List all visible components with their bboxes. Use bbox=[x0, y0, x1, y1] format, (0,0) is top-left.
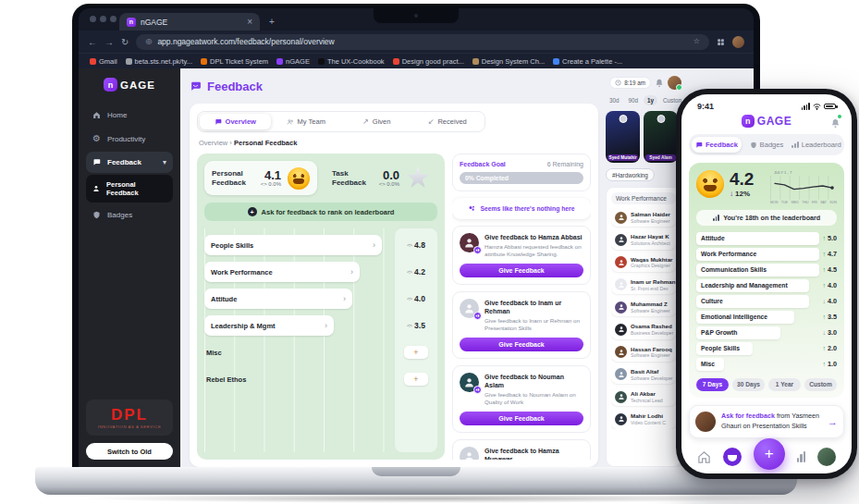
period-chip[interactable]: 1 Year bbox=[768, 378, 801, 391]
sidebar-item-productivity[interactable]: ⚙ Productivity bbox=[86, 128, 173, 150]
bookmark-item[interactable]: Gmail bbox=[90, 57, 117, 66]
app-logo: n GAGE bbox=[86, 78, 173, 92]
request-description: Hamza Abbasi requested feedback on attri… bbox=[485, 243, 583, 259]
person-role: Business Developer bbox=[631, 330, 673, 337]
person-row[interactable]: Osama Rashed Business Developer bbox=[611, 320, 676, 338]
person-row[interactable]: Hassan Farooq Software Engineer bbox=[611, 343, 676, 362]
give-feedback-button[interactable]: Give Feedback bbox=[460, 412, 583, 425]
switch-to-old-button[interactable]: Switch to Old bbox=[86, 443, 173, 460]
sidebar-item-badges[interactable]: Badges bbox=[86, 204, 173, 226]
period-chip[interactable]: 1y bbox=[644, 95, 657, 105]
tab-overview[interactable]: Overview bbox=[200, 114, 271, 129]
bookmark-item[interactable]: Design System Ch... bbox=[472, 57, 545, 66]
person-row[interactable]: Basit Altaf Software Developer bbox=[611, 365, 676, 384]
tab-close-icon[interactable]: × bbox=[247, 18, 252, 27]
leaderboard-rank-banner[interactable]: You're 18th on the leaderboard bbox=[696, 210, 837, 226]
bookmark-item[interactable]: Design good pract... bbox=[393, 57, 464, 66]
skill-bar[interactable]: Work Performance bbox=[696, 248, 819, 261]
browser-profile-avatar[interactable] bbox=[732, 36, 744, 48]
skill-bar[interactable]: Misc bbox=[696, 358, 724, 371]
tab-my-team[interactable]: My Team bbox=[271, 114, 342, 129]
back-icon[interactable]: ← bbox=[88, 37, 97, 47]
add-button[interactable]: + bbox=[754, 438, 785, 470]
site-settings-icon[interactable]: ◎ bbox=[145, 38, 152, 45]
person-row[interactable]: Inam ur Rehman Sr. Front end Dev bbox=[611, 276, 676, 294]
person-row[interactable]: Muhammad Z Software Engineer bbox=[611, 298, 676, 316]
bookmark-star-icon[interactable]: ☆ bbox=[693, 38, 700, 45]
bookmark-favicon bbox=[393, 58, 399, 65]
reload-icon[interactable]: ↻ bbox=[121, 37, 129, 47]
sidebar-item-home[interactable]: Home bbox=[86, 104, 173, 126]
give-feedback-button[interactable]: Give Feedback bbox=[460, 264, 583, 277]
tab-feedback[interactable]: Feedback bbox=[692, 137, 742, 153]
skill-bar[interactable]: Culture bbox=[696, 295, 809, 308]
person-row[interactable]: Ali Akbar Technical Lead bbox=[611, 387, 676, 406]
ask-feedback-card[interactable]: Ask for feedback from Yasmeen Ghauri on … bbox=[689, 405, 844, 438]
bookmark-item[interactable]: beta.sts.net.pk/ty... bbox=[126, 57, 192, 66]
skill-bar[interactable]: People Skills › bbox=[204, 235, 382, 255]
skill-bar[interactable]: P&P Growth bbox=[696, 326, 780, 339]
tab-badges[interactable]: Badges bbox=[742, 137, 792, 153]
tab-given[interactable]: ↗ Given bbox=[341, 114, 412, 129]
bookmark-item[interactable]: Create a Palette -... bbox=[553, 57, 622, 66]
skill-bar[interactable]: Leadership & Mgmt › bbox=[204, 315, 334, 336]
sidebar-item-personal-feedback[interactable]: Personal Feedback bbox=[86, 175, 173, 203]
period-chip[interactable]: 30 Days bbox=[732, 378, 765, 391]
skill-bar[interactable]: Work Performance › bbox=[204, 262, 360, 282]
extensions-icon[interactable] bbox=[717, 38, 725, 46]
feedback-nav-icon[interactable] bbox=[723, 448, 742, 466]
dpl-tagline: INNOVATION AS A SERVICE bbox=[90, 424, 169, 429]
bookmark-item[interactable]: DPL Ticket System bbox=[201, 57, 268, 66]
skill-bar[interactable]: Leadership and Management bbox=[696, 279, 809, 292]
period-chip[interactable]: Custom bbox=[804, 378, 837, 391]
hashtag-pill[interactable]: #Hardworking bbox=[606, 168, 655, 181]
person-name: Basit Altaf bbox=[631, 368, 673, 375]
story-card[interactable]: Syed Alam bbox=[644, 111, 678, 163]
add-skill-button[interactable]: + bbox=[404, 346, 428, 359]
leaderboard-nav-icon[interactable] bbox=[797, 451, 806, 462]
overview-icon bbox=[215, 118, 222, 126]
skill-bar[interactable]: Attitude bbox=[696, 232, 819, 245]
skill-bar[interactable]: Emotional Intelligence bbox=[696, 311, 794, 324]
period-chip[interactable]: Custom bbox=[659, 95, 681, 105]
person-row[interactable]: Salman Haider Software Engineer bbox=[611, 208, 676, 227]
bookmark-item[interactable]: nGAGE bbox=[276, 57, 310, 66]
person-row[interactable]: Hazar Hayat K Solutions Architect bbox=[611, 230, 676, 249]
user-avatar[interactable] bbox=[668, 76, 681, 90]
ask-feedback-banner[interactable]: + Ask for feedback to rank on leaderboar… bbox=[204, 203, 437, 221]
breadcrumb-parent[interactable]: Overview bbox=[199, 139, 227, 147]
skill-score-cell: <> + bbox=[398, 369, 435, 389]
forward-icon[interactable]: → bbox=[104, 37, 114, 47]
bookmark-item[interactable]: The UX-Cookbook bbox=[318, 57, 385, 66]
skill-bar[interactable]: Attitude › bbox=[204, 289, 352, 309]
story-card[interactable]: Syed Mutahir bbox=[606, 111, 640, 163]
skill-bar[interactable]: People Skills bbox=[696, 342, 753, 355]
home-icon[interactable] bbox=[697, 450, 711, 464]
person-row[interactable]: Mahir Lodhi Video Content C bbox=[611, 410, 676, 428]
tab-received[interactable]: ↙ Received bbox=[412, 114, 484, 129]
trend-arrow-icon: ↓ bbox=[823, 298, 827, 304]
period-chip[interactable]: 30d bbox=[606, 95, 623, 105]
period-chip[interactable]: 7 Days bbox=[696, 378, 729, 391]
skill-score: ↑ 4.7 bbox=[823, 250, 838, 258]
trend-arrow-icon: ↑ bbox=[823, 361, 827, 367]
bell-icon[interactable] bbox=[655, 79, 664, 88]
sidebar-item-feedback[interactable]: Feedback ▾ bbox=[86, 152, 173, 173]
period-chip[interactable]: 90d bbox=[625, 95, 643, 105]
request-title: Give feedback to Hamza Munawar bbox=[485, 447, 583, 460]
give-feedback-button[interactable]: Give Feedback bbox=[460, 338, 583, 351]
skill-label: Work Performance bbox=[211, 268, 273, 277]
new-tab-icon[interactable]: + bbox=[269, 18, 275, 31]
tab-leaderboard[interactable]: Leaderboard bbox=[792, 137, 841, 153]
window-controls[interactable] bbox=[90, 16, 117, 22]
add-skill-button[interactable]: + bbox=[404, 373, 428, 386]
person-icon bbox=[618, 349, 625, 356]
person-row[interactable]: Waqas Mukhtar Graphics Designer bbox=[611, 253, 676, 272]
url-bar[interactable]: ◎ app.ngageatwork.com/feedback/personal/… bbox=[136, 34, 709, 50]
browser-tab[interactable]: n nGAGE × bbox=[119, 13, 260, 31]
profile-nav-avatar[interactable] bbox=[817, 448, 836, 466]
bell-icon[interactable] bbox=[830, 116, 841, 132]
skill-score: ↑ 3.5 bbox=[823, 313, 838, 321]
arrow-right-icon[interactable]: → bbox=[828, 416, 838, 427]
skill-bar[interactable]: Communication Skills bbox=[696, 264, 819, 277]
